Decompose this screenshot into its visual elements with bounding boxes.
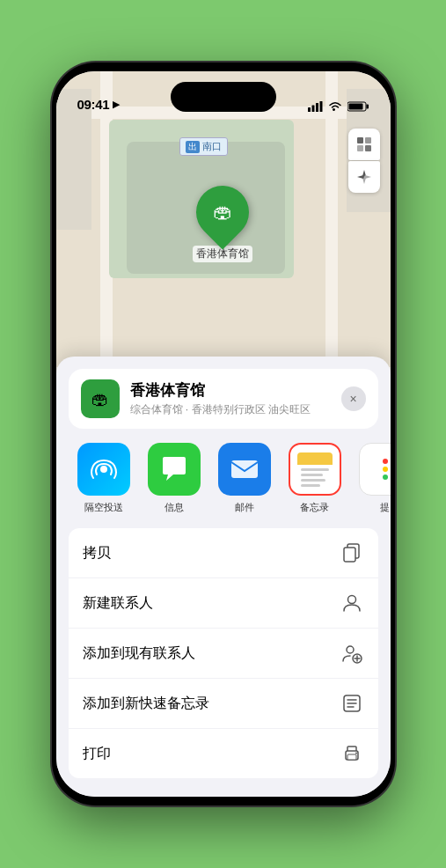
signal-icon xyxy=(308,101,323,112)
svg-rect-9 xyxy=(357,145,363,151)
action-new-contact[interactable]: 新建联系人 xyxy=(69,578,378,629)
share-airdrop[interactable]: 隔空投送 xyxy=(69,443,139,514)
close-button[interactable]: × xyxy=(341,386,366,411)
svg-rect-2 xyxy=(316,103,318,112)
svg-rect-0 xyxy=(308,107,311,112)
status-icons xyxy=(308,101,369,112)
airdrop-svg xyxy=(90,455,118,483)
map-exit-label: 出 南口 xyxy=(179,137,228,156)
svg-rect-8 xyxy=(365,137,371,143)
location-button[interactable] xyxy=(348,161,380,193)
more-label: 提 xyxy=(380,501,390,514)
notes-label: 备忘录 xyxy=(300,501,329,514)
mail-label: 邮件 xyxy=(235,501,254,514)
print-label: 打印 xyxy=(83,745,111,763)
share-row: 隔空投送 信息 xyxy=(56,429,391,521)
share-more[interactable]: 提 xyxy=(350,443,391,514)
action-quick-note[interactable]: 添加到新快速备忘录 xyxy=(69,679,378,729)
note-svg xyxy=(342,694,362,713)
map-type-icon xyxy=(355,136,373,153)
mail-svg xyxy=(230,457,260,482)
action-copy[interactable]: 拷贝 xyxy=(69,528,378,578)
map-type-button[interactable] xyxy=(348,129,380,160)
svg-point-11 xyxy=(100,466,107,473)
action-list: 拷贝 新建联系人 xyxy=(69,528,378,778)
messages-label: 信息 xyxy=(165,501,184,514)
airdrop-label: 隔空投送 xyxy=(84,501,123,514)
phone-screen: 09:41 ▶ xyxy=(56,71,391,797)
add-contact-label: 添加到现有联系人 xyxy=(83,644,195,663)
svg-point-26 xyxy=(355,753,357,754)
person-add-svg xyxy=(341,643,362,664)
close-icon: × xyxy=(349,392,356,406)
print-icon xyxy=(340,741,364,766)
svg-rect-25 xyxy=(347,754,356,760)
svg-point-15 xyxy=(347,596,355,604)
venue-icon: 🏟 xyxy=(81,379,120,418)
svg-rect-14 xyxy=(344,548,355,562)
mail-icon xyxy=(218,443,271,496)
new-contact-label: 新建联系人 xyxy=(83,594,153,613)
location-pin: 🏟 香港体育馆 xyxy=(193,186,252,262)
location-header: 🏟 香港体育馆 综合体育馆 · 香港特别行政区 油尖旺区 × xyxy=(69,369,378,429)
share-mail[interactable]: 邮件 xyxy=(209,443,280,514)
copy-icon xyxy=(340,541,364,565)
svg-rect-6 xyxy=(348,104,362,110)
svg-rect-3 xyxy=(319,101,322,112)
phone-frame: 09:41 ▶ xyxy=(52,63,395,805)
action-add-contact[interactable]: 添加到现有联系人 xyxy=(69,629,378,679)
more-icon xyxy=(359,443,391,496)
copy-svg xyxy=(342,543,362,563)
print-svg xyxy=(342,744,362,763)
svg-rect-10 xyxy=(365,145,371,151)
svg-rect-12 xyxy=(231,460,258,478)
share-messages[interactable]: 信息 xyxy=(139,443,209,514)
battery-icon xyxy=(347,101,369,112)
compass-icon xyxy=(356,169,372,185)
messages-icon xyxy=(148,443,201,496)
person-svg xyxy=(342,593,362,613)
dynamic-island xyxy=(171,82,276,112)
notes-icon xyxy=(289,443,341,496)
share-notes[interactable]: 备忘录 xyxy=(280,443,350,514)
svg-rect-7 xyxy=(357,137,363,143)
location-info: 香港体育馆 综合体育馆 · 香港特别行政区 油尖旺区 xyxy=(130,380,331,417)
wifi-icon xyxy=(328,101,342,112)
action-print[interactable]: 打印 xyxy=(69,729,378,778)
svg-rect-1 xyxy=(311,106,314,113)
location-arrow-icon: ▶ xyxy=(113,99,120,110)
location-name: 香港体育馆 xyxy=(130,380,331,401)
add-contact-icon xyxy=(340,641,364,666)
messages-svg xyxy=(159,455,189,483)
new-contact-icon xyxy=(340,591,364,615)
map-controls xyxy=(348,129,380,193)
svg-point-16 xyxy=(347,646,354,653)
quick-note-label: 添加到新快速备忘录 xyxy=(83,695,209,713)
bottom-sheet: 🏟 香港体育馆 综合体育馆 · 香港特别行政区 油尖旺区 × xyxy=(56,357,391,797)
quick-note-icon xyxy=(340,691,364,716)
status-time: 09:41 xyxy=(77,97,110,112)
location-subtitle: 综合体育馆 · 香港特别行政区 油尖旺区 xyxy=(130,402,331,417)
svg-rect-5 xyxy=(366,105,369,109)
copy-label: 拷贝 xyxy=(83,544,111,563)
airdrop-icon xyxy=(77,443,130,496)
